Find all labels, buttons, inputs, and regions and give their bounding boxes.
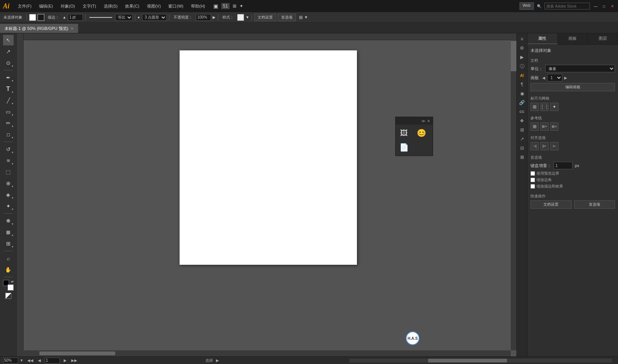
guide-icon-2[interactable]: ⊞+ bbox=[540, 122, 549, 131]
circle-panel-icon[interactable]: ◉ bbox=[518, 89, 526, 98]
swatches-panel-icon[interactable]: ⊠ bbox=[518, 153, 526, 161]
unit-select[interactable]: 像素 毫米 厘米 英寸 bbox=[545, 65, 615, 72]
transform-panel-icon[interactable]: ⊞ bbox=[518, 126, 526, 134]
puppet-warp-tool[interactable]: 😊 bbox=[415, 126, 428, 140]
shape-builder-tool[interactable]: ⊕ ▾ bbox=[3, 178, 14, 189]
float-panel-close[interactable]: ✕ bbox=[426, 118, 431, 123]
perspective-tool[interactable]: 📄 bbox=[397, 141, 411, 154]
eyedropper-tool[interactable]: ✦ ▾ bbox=[3, 201, 14, 211]
arrange-icon[interactable]: ⊞ bbox=[299, 15, 303, 20]
nav-next-end-btn[interactable]: ▶▶ bbox=[70, 358, 78, 362]
nav-prev-one-btn[interactable]: ◀ bbox=[37, 358, 42, 362]
info-panel-icon[interactable]: ⓘ bbox=[518, 62, 526, 70]
menu-help[interactable]: 帮助(H) bbox=[189, 2, 207, 11]
toolbar-icon-1[interactable]: ▣ bbox=[213, 3, 218, 9]
zoom-tool[interactable]: ⌕ bbox=[3, 253, 14, 264]
canvas-area[interactable]: ≫ ✕ 🖼 😊 📄 H.A.S bbox=[17, 33, 516, 356]
scale-corners-checkbox[interactable] bbox=[530, 178, 535, 182]
menu-file[interactable]: 文件(F) bbox=[16, 2, 34, 11]
cc-libraries-badge[interactable]: H.A.S bbox=[406, 331, 419, 345]
align-icon-1[interactable]: ⊣| bbox=[530, 142, 539, 150]
warp-tool[interactable]: ≋ ▾ bbox=[3, 155, 14, 166]
guide-icon-3[interactable]: ⊞× bbox=[550, 122, 559, 131]
opacity-input[interactable] bbox=[196, 14, 211, 21]
gradient-tool[interactable]: ◈ ▾ bbox=[3, 189, 14, 200]
zoom-dropdown[interactable]: ▼ bbox=[20, 358, 23, 362]
menu-edit[interactable]: 编辑(E) bbox=[37, 2, 55, 11]
arrange-dropdown[interactable]: ▼ bbox=[304, 15, 308, 19]
tab-properties[interactable]: 属性 bbox=[527, 33, 558, 44]
toolbar-icon-2[interactable]: 51 bbox=[221, 3, 229, 9]
zoom-input[interactable] bbox=[3, 358, 18, 364]
float-panel-expand[interactable]: ≫ bbox=[421, 118, 426, 123]
pen-tool[interactable]: ✒ ▾ bbox=[3, 72, 14, 83]
grid-icon-3[interactable]: ✦ bbox=[550, 103, 559, 111]
artboard-canvas[interactable] bbox=[180, 50, 357, 265]
text-tool[interactable]: T ▾ bbox=[3, 84, 14, 94]
menu-type[interactable]: 文字(T) bbox=[80, 2, 99, 11]
nav-prev-btn[interactable]: ◀◀ bbox=[27, 358, 34, 362]
artboard-next-btn[interactable]: ▶ bbox=[563, 76, 568, 80]
keyboard-input[interactable] bbox=[554, 162, 573, 169]
rectangle-tool[interactable]: ▭ ▾ bbox=[3, 106, 14, 117]
scale-stroke-checkbox[interactable] bbox=[530, 184, 535, 189]
symbol-tool[interactable]: ❋ ▾ bbox=[3, 216, 14, 226]
stroke-type-select[interactable]: 等比 bbox=[115, 14, 133, 21]
pencil-tool[interactable]: ✏ ▾ bbox=[3, 118, 14, 128]
cc-libraries-panel-icon[interactable]: CC bbox=[518, 108, 526, 116]
direct-selection-tool[interactable]: ↗ bbox=[3, 46, 14, 57]
lasso-tool[interactable]: ⊙ ▾ bbox=[3, 58, 14, 68]
menu-select[interactable]: 选择(S) bbox=[102, 2, 120, 11]
none-color-icon[interactable] bbox=[5, 293, 11, 299]
bottom-scroll-thumb[interactable] bbox=[428, 359, 507, 362]
nav-next-one-btn[interactable]: ▶ bbox=[63, 358, 67, 362]
edit-artboard-btn[interactable]: 编辑画板 bbox=[530, 83, 615, 91]
paragraph-panel-icon[interactable]: ¶ bbox=[518, 80, 526, 89]
menu-window[interactable]: 窗口(W) bbox=[166, 2, 186, 11]
quick-prefs-btn[interactable]: 首选项 bbox=[574, 200, 615, 209]
maximize-btn[interactable]: □ bbox=[601, 3, 607, 9]
toolbar-icon-4[interactable]: ✦ bbox=[239, 3, 243, 9]
swap-colors-icon[interactable]: ⇄ bbox=[11, 280, 14, 283]
align-icon-3[interactable]: ⊨ bbox=[550, 142, 559, 150]
close-btn[interactable]: ✕ bbox=[610, 3, 615, 9]
toolbar-icon-3[interactable]: ⊞ bbox=[233, 3, 236, 9]
rotate-tool[interactable]: ↺ ▾ bbox=[3, 144, 14, 155]
artboard-tool[interactable]: ⊞ ▾ bbox=[3, 238, 14, 249]
arrange-panel-icon[interactable]: ❖ bbox=[518, 117, 526, 125]
settings-panel-icon[interactable]: ⚙ bbox=[518, 44, 526, 52]
export-panel-icon[interactable]: ↗ bbox=[518, 135, 526, 143]
line-tool[interactable]: ╱ ▾ bbox=[3, 95, 14, 106]
guide-icon-1[interactable]: ⊞ bbox=[530, 122, 539, 131]
menu-view[interactable]: 视图(V) bbox=[145, 2, 163, 11]
minimize-btn[interactable]: — bbox=[593, 3, 598, 9]
horizontal-scrollbar[interactable] bbox=[17, 350, 511, 356]
menu-object[interactable]: 对象(O) bbox=[58, 2, 77, 11]
status-arrow[interactable]: ▶ bbox=[216, 358, 219, 362]
play-panel-icon[interactable]: ▶ bbox=[518, 53, 526, 61]
link-panel-icon[interactable]: 🔗 bbox=[518, 98, 526, 107]
layers-panel-icon[interactable]: ⊟ bbox=[518, 144, 526, 152]
tab-close-btn[interactable]: ✕ bbox=[70, 27, 74, 31]
artboard-prev-btn[interactable]: ◀ bbox=[541, 76, 546, 80]
artboard-num-input[interactable] bbox=[45, 358, 60, 364]
stroke-color-swatch[interactable] bbox=[38, 14, 44, 21]
ai-text-panel-icon[interactable]: Ai bbox=[518, 71, 526, 80]
preview-bounds-checkbox[interactable] bbox=[530, 171, 535, 176]
stroke-arrow-up[interactable]: ▲ bbox=[63, 15, 66, 19]
color-controls[interactable]: ⇄ bbox=[3, 280, 14, 291]
grid-icon-1[interactable]: ⊞ bbox=[530, 103, 539, 111]
selection-tool[interactable]: ↖ bbox=[3, 35, 14, 45]
style-swatch[interactable] bbox=[237, 14, 244, 21]
hand-tool[interactable]: ✋ bbox=[3, 264, 14, 275]
prefs-btn[interactable]: 首选项 bbox=[278, 14, 296, 21]
vertical-scrollbar[interactable] bbox=[511, 33, 516, 350]
quick-doc-setup-btn[interactable]: 文档设置 bbox=[530, 200, 572, 209]
free-transform-tool[interactable]: ⬚ bbox=[3, 167, 14, 177]
eraser-tool[interactable]: ◻ ▾ bbox=[3, 129, 14, 140]
style-dropdown[interactable]: ▼ bbox=[246, 15, 249, 19]
document-tab[interactable]: 未标题-1 @ 50% (RGB/GPU 预览) ✕ bbox=[0, 24, 78, 33]
brush-select[interactable]: 3 点圆形 bbox=[142, 14, 167, 21]
fill-color-indicator[interactable] bbox=[8, 284, 14, 291]
properties-panel-icon[interactable]: ≡ bbox=[518, 35, 526, 43]
